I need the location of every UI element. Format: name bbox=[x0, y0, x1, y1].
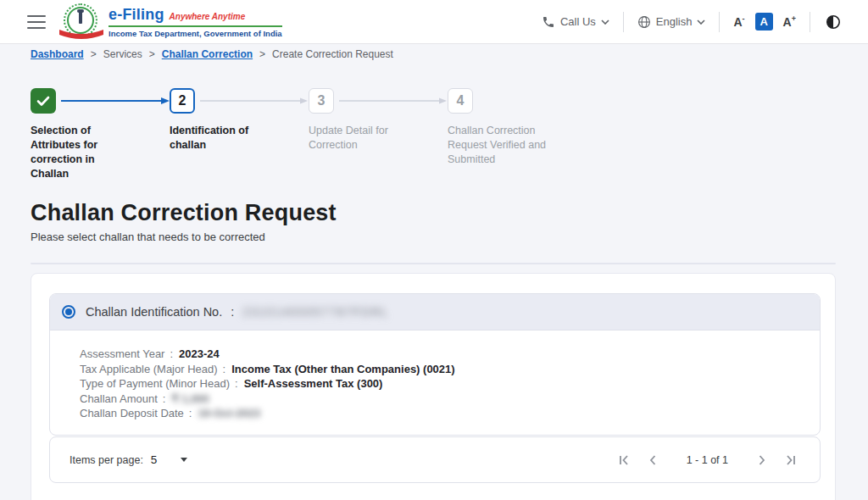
detail-value: Self-Assessment Tax (300) bbox=[244, 376, 383, 392]
breadcrumb-challan-correction[interactable]: Challan Correction bbox=[162, 48, 253, 60]
next-page-button[interactable] bbox=[750, 448, 774, 472]
chevron-left-icon bbox=[644, 452, 661, 469]
first-page-icon bbox=[615, 452, 632, 469]
breadcrumb-separator: > bbox=[149, 48, 155, 60]
divider bbox=[810, 12, 810, 32]
step-1-label: Selection of Attributes for correction i… bbox=[31, 124, 131, 181]
dark-mode-toggle[interactable] bbox=[824, 13, 843, 31]
colon: : bbox=[170, 347, 173, 362]
font-normal-button[interactable]: A bbox=[755, 13, 773, 31]
breadcrumb-dashboard[interactable]: Dashboard bbox=[31, 48, 84, 60]
detail-row-assessment-year: Assessment Year : 2023-24 bbox=[80, 347, 820, 362]
step-3: 3 Update Detail for Correction bbox=[309, 88, 448, 181]
detail-label: Challan Deposit Date bbox=[80, 406, 184, 421]
breadcrumb-services: Services bbox=[103, 48, 142, 60]
breadcrumb-separator: > bbox=[259, 48, 265, 60]
detail-label: Tax Applicable (Major Head) bbox=[80, 362, 218, 377]
last-page-icon bbox=[782, 452, 799, 469]
detail-row-minor-head: Type of Payment (Minor Head) : Self-Asse… bbox=[80, 376, 820, 392]
language-menu[interactable]: English bbox=[637, 15, 706, 29]
page-subtitle: Please select challan that needs to be c… bbox=[31, 231, 265, 243]
last-page-button[interactable] bbox=[779, 448, 803, 472]
detail-value-redacted: 16-Oct-2023 bbox=[198, 406, 260, 421]
divider bbox=[719, 12, 720, 32]
call-us-label: Call Us bbox=[560, 15, 596, 28]
step-2-marker: 2 bbox=[170, 88, 195, 114]
page-range-label: 1 - 1 of 1 bbox=[687, 454, 728, 466]
detail-label: Type of Payment (Minor Head) bbox=[80, 376, 230, 392]
breadcrumb: Dashboard > Services > Challan Correctio… bbox=[31, 48, 393, 60]
paginator: Items per page: 5 1 - 1 of 1 bbox=[49, 436, 821, 483]
step-2: 2 Identification of challan bbox=[170, 88, 309, 181]
detail-row-deposit-date: Challan Deposit Date : 16-Oct-2023 bbox=[80, 406, 820, 421]
colon: : bbox=[235, 376, 238, 392]
department-name: Income Tax Department, Government of Ind… bbox=[108, 29, 282, 38]
breadcrumb-separator: > bbox=[91, 48, 97, 60]
challan-list-panel: Challan Identification No. : 23101400057… bbox=[31, 273, 836, 500]
challan-item-header[interactable]: Challan Identification No. : 23101400057… bbox=[50, 294, 820, 331]
challan-id-value-redacted: 23101400057787FDRL bbox=[242, 305, 389, 319]
step-connector-active bbox=[61, 97, 170, 105]
detail-row-challan-amount: Challan Amount : ₹ 1,000 bbox=[80, 392, 820, 407]
call-us-menu[interactable]: Call Us bbox=[542, 15, 609, 29]
step-3-marker: 3 bbox=[309, 88, 334, 114]
india-emblem-icon bbox=[61, 3, 102, 42]
detail-value: 2023-24 bbox=[179, 347, 220, 362]
step-4-label: Challan Correction Request Verified and … bbox=[448, 124, 563, 167]
font-increase-button[interactable]: A+ bbox=[783, 14, 796, 29]
step-4: 4 Challan Correction Request Verified an… bbox=[448, 88, 587, 181]
paginator-controls: 1 - 1 of 1 bbox=[612, 448, 803, 472]
step-connector bbox=[339, 97, 448, 105]
step-connector bbox=[200, 97, 309, 105]
detail-row-major-head: Tax Applicable (Major Head) : Income Tax… bbox=[80, 362, 820, 377]
section-divider bbox=[31, 263, 836, 264]
colon: : bbox=[231, 305, 234, 319]
phone-icon bbox=[542, 15, 555, 29]
breadcrumb-create-correction-request: Create Correction Request bbox=[272, 48, 393, 60]
green-rule bbox=[108, 25, 282, 27]
challan-radio-selected[interactable] bbox=[62, 305, 75, 319]
efiling-logo[interactable]: e-Filing Anywhere Anytime Income Tax Dep… bbox=[61, 3, 282, 42]
step-3-label: Update Detail for Correction bbox=[309, 124, 412, 153]
items-per-page-dropdown-icon[interactable] bbox=[181, 458, 187, 462]
hamburger-menu-icon[interactable] bbox=[27, 15, 46, 29]
page-title: Challan Correction Request bbox=[31, 200, 337, 226]
detail-value: Income Tax (Other than Companies) (0021) bbox=[231, 362, 454, 377]
detail-value-redacted: ₹ 1,000 bbox=[171, 392, 209, 407]
check-icon bbox=[36, 96, 50, 107]
challan-id-label: Challan Identification No. bbox=[86, 305, 222, 319]
red-ribbon-icon bbox=[59, 28, 103, 42]
progress-stepper: Selection of Attributes for correction i… bbox=[31, 88, 587, 181]
chevron-down-icon bbox=[697, 19, 705, 25]
chevron-right-icon bbox=[754, 452, 771, 469]
items-per-page-value[interactable]: 5 bbox=[151, 453, 158, 466]
step-1: Selection of Attributes for correction i… bbox=[31, 88, 170, 181]
first-page-button[interactable] bbox=[612, 448, 636, 472]
step-4-marker: 4 bbox=[448, 88, 473, 114]
top-header: e-Filing Anywhere Anytime Income Tax Dep… bbox=[0, 0, 868, 44]
brand-name: e-Filing bbox=[108, 6, 164, 24]
colon: : bbox=[189, 406, 192, 421]
colon: : bbox=[163, 392, 166, 407]
globe-icon bbox=[637, 15, 651, 29]
colon: : bbox=[223, 362, 226, 377]
detail-label: Challan Amount bbox=[80, 392, 158, 407]
page: e-Filing Anywhere Anytime Income Tax Dep… bbox=[0, 0, 868, 500]
step-1-marker bbox=[31, 88, 56, 114]
challan-details: Assessment Year : 2023-24 Tax Applicable… bbox=[50, 331, 820, 421]
previous-page-button[interactable] bbox=[641, 448, 665, 472]
font-decrease-button[interactable]: A- bbox=[733, 14, 744, 29]
challan-item-card: Challan Identification No. : 23101400057… bbox=[49, 293, 821, 436]
header-actions: Call Us English A- bbox=[542, 12, 843, 32]
divider bbox=[623, 12, 624, 32]
chevron-down-icon bbox=[601, 19, 609, 25]
step-2-label: Identification of challan bbox=[170, 124, 259, 153]
detail-label: Assessment Year bbox=[80, 347, 164, 362]
brand-tagline: Anywhere Anytime bbox=[170, 12, 246, 21]
items-per-page-label: Items per page: bbox=[70, 454, 143, 466]
logo-text: e-Filing Anywhere Anytime Income Tax Dep… bbox=[108, 6, 282, 38]
contrast-icon bbox=[826, 14, 841, 30]
language-label: English bbox=[656, 15, 693, 28]
